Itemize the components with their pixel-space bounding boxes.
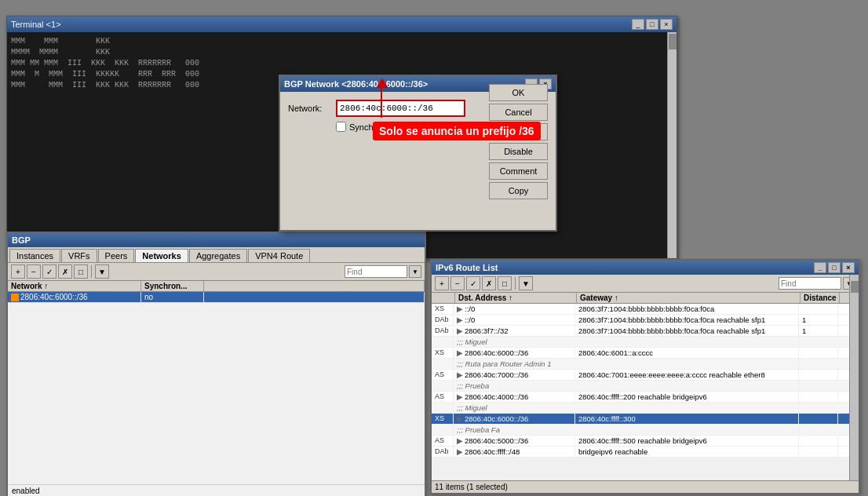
- ipv6-separator: [515, 277, 516, 290]
- filter-button[interactable]: ▼: [95, 264, 109, 279]
- cell-dst-1: ▶::/0: [454, 304, 575, 314]
- route-row-9[interactable]: AS ▶2806:40c:4000::/36 2806:40c:ffff::20…: [432, 392, 859, 403]
- ipv6-minimize[interactable]: _: [814, 262, 826, 273]
- route-row-comment-3: ;;; Prueba: [432, 381, 859, 392]
- cell-type-11: XS: [432, 414, 454, 424]
- tab-vrfs[interactable]: VRFs: [61, 249, 97, 262]
- remove-button[interactable]: −: [27, 264, 41, 279]
- ipv6-add-button[interactable]: +: [435, 276, 449, 290]
- col-type: [432, 293, 455, 303]
- terminal-scrollbar-thumb: [669, 34, 677, 49]
- ipv6-filter-button[interactable]: ▼: [519, 276, 533, 290]
- route-row-11[interactable]: XS ▶2806:40c:6000::/36 2806:40c:ffff::30…: [432, 414, 859, 425]
- cell-type-5: XS: [432, 348, 454, 358]
- tab-instances[interactable]: Instances: [9, 249, 60, 262]
- col-dst: Dst. Address ↑: [455, 293, 577, 303]
- close-button[interactable]: ×: [660, 19, 673, 30]
- cell-dist-11: [799, 414, 838, 424]
- cell-dst-11: ▶2806:40c:6000::/36: [454, 414, 575, 424]
- ipv6-remove-button[interactable]: −: [450, 276, 465, 290]
- cell-gw-7: 2806:40c:7001:eeee:eeee:eeee:a:cccc reac…: [575, 370, 799, 380]
- bgp-table-header: Network ↑ Synchron...: [8, 281, 425, 292]
- bgp-network-row[interactable]: 2806:40c:6000::/36 no: [8, 292, 425, 303]
- route-row-7[interactable]: AS ▶2806:40c:7000::/36 2806:40c:7001:eee…: [432, 370, 859, 381]
- bgp-dialog: BGP Network <2806:40c:6000::/36> _ × Net…: [279, 75, 557, 232]
- cell-extra: [204, 292, 425, 302]
- route-row-5[interactable]: XS ▶2806:40c:6000::/36 2806:40c:6001::a:…: [432, 348, 859, 359]
- cell-dist-13: [799, 436, 838, 446]
- cell-dist-1: [799, 304, 838, 314]
- copy-button[interactable]: Copy: [489, 182, 548, 199]
- bgp-find-input[interactable]: [345, 265, 407, 278]
- cell-network: 2806:40c:6000::/36: [8, 292, 141, 302]
- cell-gw-11: 2806:40c:ffff::300: [575, 414, 799, 424]
- minimize-button[interactable]: _: [632, 19, 644, 30]
- route-row-3[interactable]: DAb ▶2806:3f7::/32 2806:3f7:1004:bbbb:bb…: [432, 326, 859, 337]
- route-row-2[interactable]: DAb ▶::/0 2806:3f7:1004:bbbb:bbbb:bbbb:f…: [432, 315, 859, 326]
- ipv6-window-controls: _ □ ×: [814, 262, 855, 273]
- ipv6-scrollbar-thumb: [851, 281, 859, 293]
- ipv6-properties-button[interactable]: □: [498, 276, 512, 290]
- cancel-button[interactable]: Cancel: [489, 104, 548, 121]
- network-input[interactable]: [336, 100, 465, 117]
- ipv6-maximize[interactable]: □: [828, 262, 841, 273]
- find-dropdown[interactable]: ▼: [409, 265, 421, 278]
- col-distance: Distance: [801, 293, 840, 303]
- cell-dist-2: 1: [799, 315, 838, 325]
- terminal-line-1: MMM MMM KKK: [11, 36, 673, 47]
- terminal-line-3: MMM MM MMM III KKK KKK RRRRRRR 000: [11, 58, 673, 69]
- scrollbar-top-space: [850, 275, 859, 281]
- cell-type-c4: [432, 403, 454, 413]
- terminal-scrollbar[interactable]: [667, 32, 677, 258]
- cell-type-c5: [432, 425, 454, 435]
- col-gateway: Gateway ↑: [577, 293, 801, 303]
- cell-type-c2: [432, 359, 454, 369]
- enabled-status: enabled: [8, 484, 425, 496]
- disable-button[interactable]: ✗: [58, 264, 72, 279]
- route-row-comment-5: ;;; Prueba Fa: [432, 425, 859, 436]
- dialog-title: BGP Network <2806:40c:6000::/36>: [284, 79, 428, 89]
- disable-button[interactable]: Disable: [489, 143, 548, 160]
- cell-gw-1: 2806:3f7:1004:bbbb:bbbb:bbbb:f0ca:f0ca: [575, 304, 799, 314]
- route-row-comment-1: ;;; Miguel: [432, 337, 859, 348]
- cell-comment-5: ;;; Prueba Fa: [454, 425, 799, 435]
- add-button[interactable]: +: [11, 264, 25, 279]
- bgp-tab-bar: Instances VRFs Peers Networks Aggregates…: [8, 247, 425, 263]
- tab-aggregates[interactable]: Aggregates: [189, 249, 247, 262]
- cell-dist-7: [799, 370, 838, 380]
- ipv6-title: IPv6 Route List: [436, 263, 498, 272]
- cell-type-2: DAb: [432, 315, 454, 325]
- cell-dist-3: 1: [799, 326, 838, 336]
- route-row-13[interactable]: AS ▶2806:40c:5000::/36 2806:40c:ffff::50…: [432, 436, 859, 447]
- ipv6-find-input[interactable]: [779, 277, 841, 290]
- cell-type-c3: [432, 381, 454, 391]
- maximize-button[interactable]: □: [646, 19, 658, 30]
- tab-networks[interactable]: Networks: [135, 249, 188, 262]
- ok-button[interactable]: OK: [489, 84, 548, 101]
- cell-comment-4: ;;; Miguel: [454, 403, 799, 413]
- tab-vpn4-route[interactable]: VPN4 Route: [248, 249, 310, 262]
- enable-button[interactable]: ✓: [42, 264, 57, 279]
- cell-dst-3: ▶2806:3f7::/32: [454, 326, 575, 336]
- comment-button[interactable]: Comment: [489, 162, 548, 180]
- synchronize-checkbox[interactable]: [336, 122, 346, 132]
- cell-gw-3: 2806:3f7:1004:bbbb:bbbb:bbbb:f0ca:f0ca r…: [575, 326, 799, 336]
- enabled-label: enabled: [12, 487, 40, 495]
- ipv6-close[interactable]: ×: [842, 262, 855, 273]
- network-label: Network:: [288, 104, 331, 113]
- properties-button[interactable]: □: [74, 264, 88, 279]
- cell-gw-2: 2806:3f7:1004:bbbb:bbbb:bbbb:f0ca:f0ca r…: [575, 315, 799, 325]
- network-address: 2806:40c:6000::/36: [20, 293, 88, 301]
- bgp-toolbar: + − ✓ ✗ □ ▼ ▼: [8, 263, 425, 281]
- cell-gw-14: bridgeipv6 reachable: [575, 447, 799, 457]
- terminal-title: Terminal <1>: [11, 20, 61, 29]
- route-row-1[interactable]: XS ▶::/0 2806:3f7:1004:bbbb:bbbb:bbbb:f0…: [432, 304, 859, 315]
- ipv6-scrollbar[interactable]: [849, 275, 859, 480]
- route-row-14[interactable]: DAb ▶2806:40c:ffff::/48 bridgeipv6 reach…: [432, 447, 859, 458]
- tab-peers[interactable]: Peers: [98, 249, 135, 262]
- ipv6-disable-button[interactable]: ✗: [482, 276, 496, 290]
- cell-type-13: AS: [432, 436, 454, 446]
- ipv6-enable-button[interactable]: ✓: [466, 276, 480, 290]
- cell-dist-5: [799, 348, 838, 358]
- cell-comment-2: ;;; Ruta para Router Admin 1: [454, 359, 799, 369]
